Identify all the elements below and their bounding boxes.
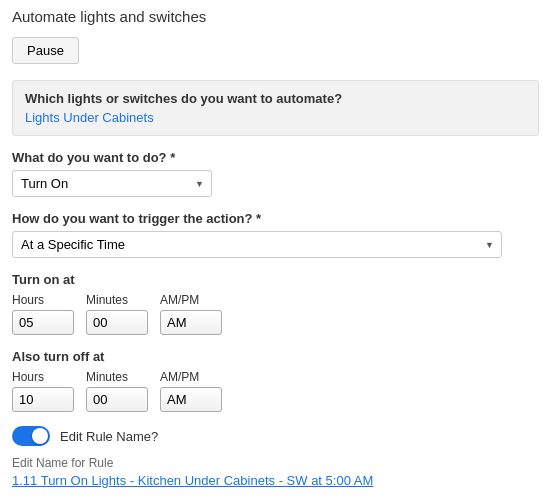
turn-off-ampm-label: AM/PM [160,370,222,384]
trigger-section: How do you want to trigger the action? *… [12,211,539,258]
turn-on-label: Turn on at [12,272,539,287]
turn-off-label: Also turn off at [12,349,539,364]
turn-off-ampm-field: AM/PM AMPM [160,370,222,412]
turn-on-minutes-select[interactable]: 00153045 [86,310,148,335]
turn-on-ampm-label: AM/PM [160,293,222,307]
turn-off-section: Also turn off at Hours 01020304 05060708… [12,349,539,412]
turn-off-hours-field: Hours 01020304 05060708 09101112 [12,370,74,412]
rule-name-value[interactable]: 1.11 Turn On Lights - Kitchen Under Cabi… [12,473,373,488]
edit-name-label: Edit Name for Rule [12,456,539,470]
turn-on-section: Turn on at Hours 01020304 05060708 09101… [12,272,539,335]
turn-on-time-row: Hours 01020304 05060708 09101112 Minutes… [12,293,539,335]
action-label: What do you want to do? * [12,150,539,165]
trigger-select-wrapper: At a Specific Time At Sunrise At Sunset [12,231,502,258]
trigger-label: How do you want to trigger the action? * [12,211,539,226]
turn-on-minutes-field: Minutes 00153045 [86,293,148,335]
pause-button[interactable]: Pause [12,37,79,64]
turn-on-hours-select[interactable]: 01020304 05060708 09101112 [12,310,74,335]
turn-on-minutes-label: Minutes [86,293,148,307]
turn-off-hours-label: Hours [12,370,74,384]
lights-link[interactable]: Lights Under Cabinets [25,110,154,125]
page-title: Automate lights and switches [12,8,539,25]
turn-off-time-row: Hours 01020304 05060708 09101112 Minutes… [12,370,539,412]
turn-off-minutes-select[interactable]: 00153045 [86,387,148,412]
turn-on-hours-field: Hours 01020304 05060708 09101112 [12,293,74,335]
turn-off-ampm-select[interactable]: AMPM [160,387,222,412]
turn-on-ampm-field: AM/PM AMPM [160,293,222,335]
turn-on-hours-label: Hours [12,293,74,307]
edit-rule-toggle[interactable] [12,426,50,446]
edit-rule-toggle-label: Edit Rule Name? [60,429,158,444]
edit-rule-toggle-row: Edit Rule Name? [12,426,539,446]
action-section: What do you want to do? * Turn On Turn O… [12,150,539,197]
action-select[interactable]: Turn On Turn Off Toggle [12,170,212,197]
turn-off-hours-select[interactable]: 01020304 05060708 09101112 [12,387,74,412]
turn-off-minutes-label: Minutes [86,370,148,384]
lights-question-label: Which lights or switches do you want to … [25,91,526,106]
toggle-thumb [32,428,48,444]
action-select-wrapper: Turn On Turn Off Toggle [12,170,212,197]
lights-question-box: Which lights or switches do you want to … [12,80,539,136]
turn-off-minutes-field: Minutes 00153045 [86,370,148,412]
trigger-select[interactable]: At a Specific Time At Sunrise At Sunset [12,231,502,258]
edit-rule-label-section: Edit Name for Rule 1.11 Turn On Lights -… [12,456,539,488]
turn-on-ampm-select[interactable]: AMPM [160,310,222,335]
